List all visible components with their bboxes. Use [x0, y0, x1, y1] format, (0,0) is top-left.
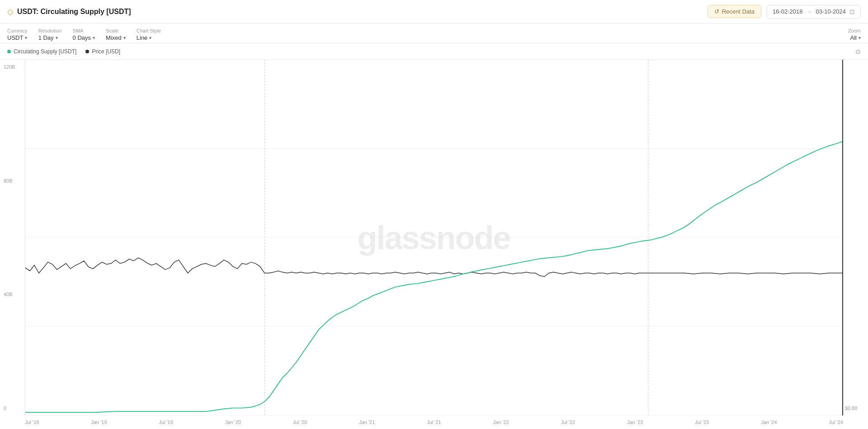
- legend: Circulating Supply [USDT] Price [USD] ⊙: [0, 43, 868, 60]
- y-axis-left: 120B 80B 40B 0: [0, 60, 25, 415]
- toolbar: Currency USDT ▾ Resolution 1 Day ▾ SMA 0…: [0, 24, 868, 43]
- date-end: 03-10-2024: [816, 8, 846, 15]
- x-label-jan23: Jan '23: [627, 420, 643, 425]
- x-label-jul24: Jul '24: [829, 420, 843, 425]
- date-arrow-icon: →: [807, 8, 812, 15]
- currency-label: Currency: [7, 28, 28, 33]
- chart-container: 120B 80B 40B 0 $0.80 g: [0, 60, 868, 429]
- y-axis-right: $0.80: [843, 60, 868, 415]
- toolbar-left: Currency USDT ▾ Resolution 1 Day ▾ SMA 0…: [7, 28, 161, 43]
- currency-select[interactable]: USDT ▾: [7, 34, 28, 43]
- title-area: ◇ USDT: Circulating Supply [USDT]: [7, 7, 131, 17]
- resolution-select[interactable]: 1 Day ▾: [38, 34, 62, 43]
- x-label-jul23: Jul '23: [695, 420, 709, 425]
- currency-value: USDT: [7, 34, 23, 41]
- x-label-jul20: Jul '20: [293, 420, 307, 425]
- resolution-value: 1 Day: [38, 34, 54, 41]
- legend-label-supply: Circulating Supply [USDT]: [14, 48, 76, 55]
- zoom-control: Zoom All ▾: [848, 28, 861, 43]
- recent-data-label: Recent Data: [722, 8, 755, 15]
- sma-chevron-icon: ▾: [93, 35, 95, 40]
- x-label-jan20: Jan '20: [225, 420, 241, 425]
- zoom-label: Zoom: [848, 28, 861, 33]
- legend-dot-black: [85, 50, 89, 53]
- recent-data-button[interactable]: ↺ Recent Data: [708, 5, 761, 18]
- x-label-jan24: Jan '24: [761, 420, 777, 425]
- sma-label: SMA: [73, 28, 95, 33]
- x-axis: Jul '18 Jan '19 Jul '19 Jan '20 Jul '20 …: [25, 415, 843, 429]
- y-label-40b: 40B: [4, 292, 21, 297]
- scale-control: Scale Mixed ▾: [106, 28, 126, 43]
- currency-chevron-icon: ▾: [25, 35, 27, 40]
- header-right: ↺ Recent Data 16-02-2018 → 03-10-2024 ⊡: [708, 5, 861, 19]
- sma-select[interactable]: 0 Days ▾: [73, 34, 95, 43]
- x-label-jan19: Jan '19: [91, 420, 107, 425]
- scale-select[interactable]: Mixed ▾: [106, 34, 126, 43]
- scale-chevron-icon: ▾: [123, 35, 126, 40]
- legend-item-price: Price [USD]: [85, 48, 120, 55]
- currency-control: Currency USDT ▾: [7, 28, 28, 43]
- chart-style-label: Chart Style: [137, 28, 161, 33]
- sma-control: SMA 0 Days ▾: [73, 28, 95, 43]
- legend-label-price: Price [USD]: [92, 48, 120, 55]
- camera-icon[interactable]: ⊙: [855, 48, 861, 55]
- y-right-label: $0.80: [845, 405, 866, 411]
- chart-svg: [25, 60, 842, 415]
- scale-label: Scale: [106, 28, 126, 33]
- price-line: [25, 258, 842, 276]
- logo-icon: ◇: [7, 7, 14, 17]
- calendar-icon[interactable]: ⊡: [849, 8, 855, 15]
- chart-style-value: Line: [137, 34, 148, 41]
- date-range: 16-02-2018 → 03-10-2024 ⊡: [767, 5, 861, 19]
- scale-value: Mixed: [106, 34, 122, 41]
- legend-dot-green: [7, 50, 11, 53]
- x-label-jul19: Jul '19: [159, 420, 173, 425]
- resolution-control: Resolution 1 Day ▾: [38, 28, 62, 43]
- chart-style-control: Chart Style Line ▾: [137, 28, 161, 43]
- zoom-chevron-icon: ▾: [859, 35, 861, 40]
- legend-item-supply: Circulating Supply [USDT]: [7, 48, 76, 55]
- zoom-select[interactable]: All ▾: [850, 34, 861, 43]
- y-label-0: 0: [4, 405, 21, 411]
- resolution-chevron-icon: ▾: [56, 35, 58, 40]
- x-label-jul18: Jul '18: [25, 420, 39, 425]
- date-start: 16-02-2018: [773, 8, 803, 15]
- supply-line: [25, 141, 842, 412]
- zoom-value: All: [850, 34, 857, 41]
- x-label-jan22: Jan '22: [493, 420, 509, 425]
- chart-style-select[interactable]: Line ▾: [137, 34, 161, 43]
- x-label-jul21: Jul '21: [427, 420, 441, 425]
- history-icon: ↺: [714, 8, 719, 15]
- header: ◇ USDT: Circulating Supply [USDT] ↺ Rece…: [0, 0, 868, 24]
- y-label-80b: 80B: [4, 178, 21, 184]
- chart-style-chevron-icon: ▾: [149, 35, 151, 40]
- resolution-label: Resolution: [38, 28, 62, 33]
- chart-area: glassnode: [25, 60, 843, 415]
- x-label-jul22: Jul '22: [561, 420, 575, 425]
- page-title: USDT: Circulating Supply [USDT]: [17, 8, 131, 16]
- x-label-jan21: Jan '21: [359, 420, 375, 425]
- sma-value: 0 Days: [73, 34, 91, 41]
- y-label-120b: 120B: [4, 64, 21, 70]
